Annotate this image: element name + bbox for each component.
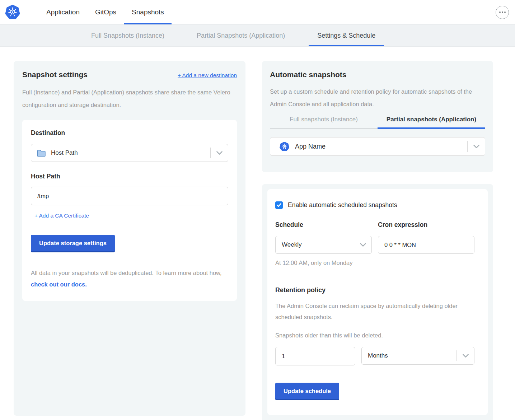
snapshots-subnav: Full Snapshots (Instance) Partial Snapsh… (0, 24, 515, 47)
nav-item-snapshots[interactable]: Snapshots (124, 0, 172, 24)
kubernetes-icon (280, 142, 289, 151)
nav-item-application[interactable]: Application (39, 0, 87, 24)
cron-expression-input[interactable] (378, 236, 474, 254)
snapshot-settings-card: Snapshot settings + Add a new destinatio… (14, 61, 245, 416)
schedule-label: Schedule (275, 221, 372, 229)
enable-scheduled-snapshots-checkbox[interactable] (275, 201, 283, 209)
cron-expression-label: Cron expression (378, 221, 474, 229)
docs-link[interactable]: check out our docs. (31, 281, 87, 288)
chevron-down-icon (473, 145, 479, 149)
dedup-note: All data in your snapshots will be dedup… (31, 267, 228, 290)
destination-label: Destination (31, 129, 228, 137)
retention-hint: Snapshots older than this will be delete… (275, 332, 480, 339)
chevron-down-icon (360, 243, 366, 247)
retention-value-input[interactable] (275, 347, 355, 365)
kubernetes-logo (5, 0, 20, 24)
automatic-snapshots-title: Automatic snapshots (270, 70, 485, 79)
kubernetes-logo-icon (5, 5, 20, 20)
enable-scheduled-snapshots-label: Enable automatic scheduled snapshots (288, 201, 397, 209)
app-select[interactable]: App Name (270, 137, 485, 156)
update-schedule-button[interactable]: Update schedule (275, 383, 339, 399)
top-nav-bar: Application GitOps Snapshots (0, 0, 515, 24)
destination-selected-value: Host Path (51, 149, 78, 157)
host-path-label: Host Path (31, 173, 228, 180)
schedule-card: Enable automatic scheduled snapshots Sch… (262, 184, 493, 420)
folder-icon (37, 149, 46, 157)
subnav-tab-partial-snapshots[interactable]: Partial Snapshots (Application) (188, 25, 294, 46)
automatic-snapshots-description: Set up a custom schedule and retention p… (270, 85, 478, 111)
nav-item-gitops[interactable]: GitOps (88, 0, 124, 24)
destination-select[interactable]: Host Path (31, 144, 228, 162)
schedule-panel: Enable automatic scheduled snapshots Sch… (267, 189, 488, 415)
schedule-interval-value: Weekly (282, 241, 301, 248)
host-path-input[interactable] (31, 187, 228, 205)
ellipsis-icon (499, 11, 501, 13)
retention-unit-value: Months (368, 352, 388, 359)
retention-policy-title: Retention policy (275, 286, 480, 294)
chevron-down-icon (463, 354, 469, 358)
add-ca-certificate-link[interactable]: + Add a CA Certificate (34, 213, 89, 219)
add-new-destination-link[interactable]: + Add a new destination (178, 72, 237, 79)
automatic-snapshots-card: Automatic snapshots Set up a custom sche… (262, 61, 493, 172)
retention-unit-select[interactable]: Months (361, 347, 474, 365)
tab-full-snapshots-instance[interactable]: Full snapshots (Instance) (270, 116, 378, 129)
tab-partial-snapshots-application[interactable]: Partial snapshots (Application) (378, 116, 485, 129)
more-menu-button[interactable] (496, 6, 509, 19)
subnav-tab-full-snapshots[interactable]: Full Snapshots (Instance) (83, 25, 173, 46)
check-icon (277, 203, 281, 207)
subnav-tab-settings-schedule[interactable]: Settings & Schedule (309, 25, 384, 46)
snapshot-type-tabs: Full snapshots (Instance) Partial snapsh… (270, 116, 485, 129)
app-select-value: App Name (295, 143, 326, 150)
snapshot-settings-title: Snapshot settings (22, 70, 88, 79)
update-storage-settings-button[interactable]: Update storage settings (31, 235, 115, 251)
snapshots-settings-page: Application GitOps Snapshots Full Snapsh… (0, 0, 515, 420)
storage-settings-panel: Destination Host Path Host Path (22, 120, 237, 301)
schedule-interval-select[interactable]: Weekly (275, 236, 372, 254)
chevron-down-icon (216, 151, 223, 155)
snapshot-settings-description: Full (Instance) and Partial (Application… (22, 86, 234, 111)
retention-policy-description: The Admin Console can reclaim space by a… (275, 300, 465, 323)
cron-readable-text: At 12:00 AM, only on Monday (275, 260, 480, 266)
